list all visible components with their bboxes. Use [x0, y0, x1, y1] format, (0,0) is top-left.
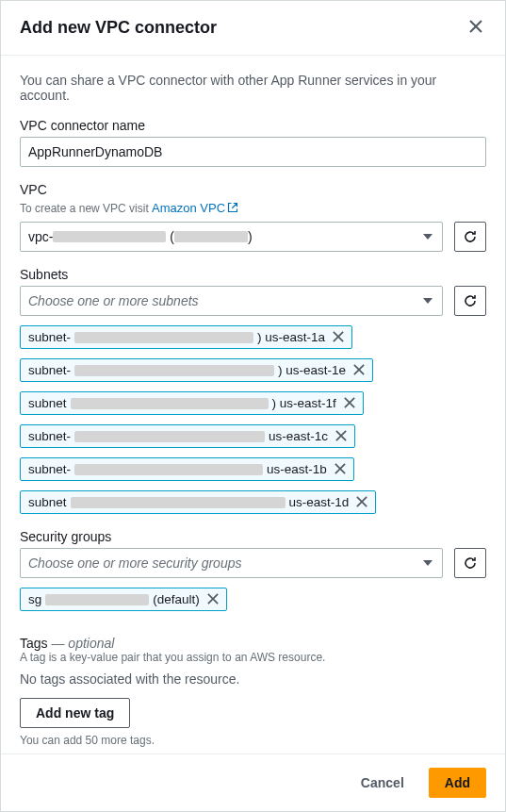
field-tags: Tags — optional A tag is a key-value pai… [20, 636, 486, 747]
add-new-tag-button[interactable]: Add new tag [20, 698, 130, 728]
chip-remove-icon[interactable] [329, 330, 344, 344]
field-subnets: Subnets Choose one or more subnets subne… [20, 267, 486, 514]
subnets-label: Subnets [20, 267, 486, 282]
chip-remove-icon[interactable] [340, 396, 355, 410]
sg-placeholder: Choose one or more security groups [28, 555, 241, 571]
vpc-selected-prefix: vpc- [28, 229, 53, 244]
chip-remove-icon[interactable] [204, 592, 219, 606]
subnet-chips: subnet- ) us-east-1asubnet- ) us-east-1e… [20, 325, 486, 514]
close-icon[interactable] [465, 14, 486, 41]
chip-az: us-east-1d [289, 495, 350, 509]
chip-remove-icon[interactable] [350, 363, 365, 377]
amazon-vpc-link[interactable]: Amazon VPC [152, 201, 238, 215]
subnet-chip: subnet ) us-east-1f [20, 391, 364, 415]
sg-select[interactable]: Choose one or more security groups [20, 548, 443, 578]
sg-chip: sg (default) [20, 588, 227, 611]
chip-remove-icon[interactable] [352, 495, 367, 509]
modal-header: Add new VPC connector [1, 1, 505, 56]
subnet-chip: subnet us-east-1d [20, 490, 376, 514]
subnet-chip: subnet- ) us-east-1e [20, 358, 373, 382]
chip-az: ) us-east-1a [257, 330, 325, 344]
refresh-icon [463, 555, 478, 571]
tags-heading: Tags — optional [20, 636, 486, 651]
chip-remove-icon[interactable] [332, 429, 347, 443]
redacted-text [74, 332, 253, 343]
sg-refresh-button[interactable] [454, 548, 486, 578]
chip-prefix: subnet- [28, 429, 71, 443]
sg-label: Security groups [20, 529, 486, 544]
chip-suffix: (default) [153, 592, 200, 606]
redacted-text [74, 365, 274, 376]
tags-desc: A tag is a key-value pair that you assig… [20, 651, 486, 664]
chip-az: us-east-1c [269, 429, 328, 443]
chip-prefix: subnet- [28, 462, 71, 476]
vpc-label: VPC [20, 182, 486, 197]
chip-az: ) us-east-1e [278, 363, 346, 377]
subnets-select[interactable]: Choose one or more subnets [20, 286, 443, 316]
redacted-text [174, 231, 248, 242]
tags-optional: — optional [51, 636, 114, 651]
connector-name-input[interactable] [20, 137, 486, 167]
vpc-helper: To create a new VPC visit Amazon VPC [20, 201, 486, 216]
sg-chips: sg (default) [20, 588, 486, 621]
vpc-helper-prefix: To create a new VPC visit [20, 202, 152, 215]
vpc-select[interactable]: vpc- ( ) [20, 222, 443, 252]
add-button[interactable]: Add [429, 768, 486, 798]
field-vpc: VPC To create a new VPC visit Amazon VPC… [20, 182, 486, 252]
chip-az: ) us-east-1f [272, 396, 336, 410]
chip-prefix: subnet- [28, 330, 71, 344]
refresh-icon [463, 229, 478, 244]
subnet-chip: subnet- us-east-1b [20, 457, 354, 481]
chip-prefix: subnet [28, 495, 67, 509]
add-vpc-connector-modal: Add new VPC connector You can share a VP… [0, 0, 506, 812]
field-security-groups: Security groups Choose one or more secur… [20, 529, 486, 621]
chevron-down-icon [423, 234, 433, 240]
subnet-chip: subnet- ) us-east-1a [20, 325, 352, 349]
chip-remove-icon[interactable] [331, 462, 346, 476]
subnet-chip: subnet- us-east-1c [20, 424, 355, 448]
external-link-icon [227, 202, 238, 216]
modal-body: You can share a VPC connector with other… [1, 56, 505, 754]
modal-title: Add new VPC connector [20, 18, 217, 38]
cancel-button[interactable]: Cancel [346, 768, 419, 798]
redacted-text [74, 431, 265, 442]
no-tags-text: No tags associated with the resource. [20, 671, 486, 687]
refresh-icon [463, 293, 478, 308]
chip-prefix: subnet [28, 396, 67, 410]
subnets-refresh-button[interactable] [454, 286, 486, 316]
chip-az: us-east-1b [267, 462, 327, 476]
vpc-refresh-button[interactable] [454, 222, 486, 252]
redacted-text [71, 398, 269, 409]
modal-description: You can share a VPC connector with other… [20, 73, 486, 103]
chip-prefix: sg [28, 592, 41, 606]
subnets-placeholder: Choose one or more subnets [28, 293, 199, 308]
redacted-text [71, 497, 286, 508]
connector-name-label: VPC connector name [20, 118, 486, 133]
chevron-down-icon [423, 560, 433, 566]
chevron-down-icon [423, 298, 433, 304]
redacted-text [45, 594, 149, 605]
modal-footer: Cancel Add [1, 754, 505, 811]
chip-prefix: subnet- [28, 363, 71, 377]
field-connector-name: VPC connector name [20, 118, 486, 167]
redacted-text [74, 464, 263, 475]
redacted-text [53, 231, 166, 242]
tags-limit-hint: You can add 50 more tags. [20, 734, 486, 747]
